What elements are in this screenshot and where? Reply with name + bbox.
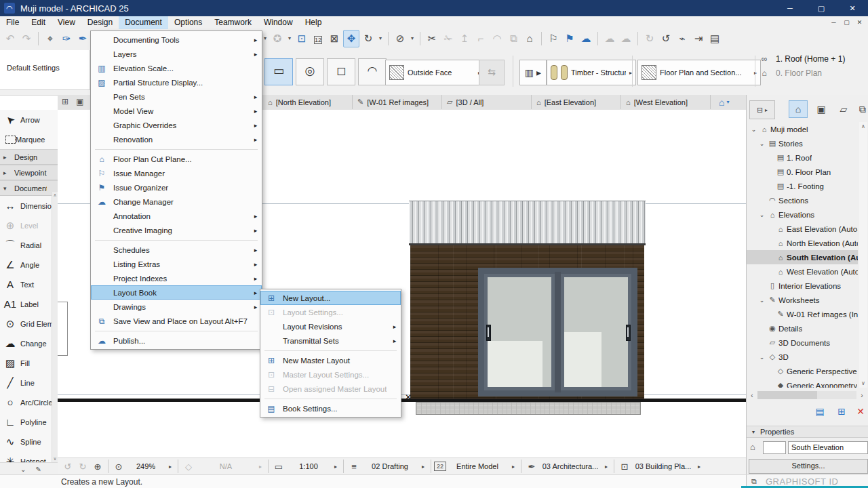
default-settings-panel[interactable]: Default Settings bbox=[0, 50, 90, 90]
tree-item[interactable]: ▱ 3D Documents bbox=[747, 336, 858, 350]
menu-item[interactable]: Transmittal Sets ▸ bbox=[260, 333, 401, 348]
toolbar-button[interactable]: ▾ bbox=[286, 30, 293, 47]
toolbar-button[interactable]: ⊘ bbox=[393, 30, 408, 47]
menu-item[interactable]: ▥ Elevation Scale... bbox=[91, 61, 262, 75]
toolbar-button[interactable]: ✂ bbox=[425, 30, 439, 47]
toolbar-button[interactable]: ✥ bbox=[343, 30, 359, 47]
menu-item[interactable]: Layout Book ▸ bbox=[91, 285, 262, 300]
toolbox-item[interactable]: ○ Arc/Circle bbox=[0, 392, 58, 412]
child-close-button[interactable]: ✕ bbox=[854, 16, 865, 29]
tree-item[interactable]: ⌄ ◇ 3D bbox=[747, 350, 858, 364]
layout-book-icon[interactable]: ▱ bbox=[834, 100, 853, 118]
menubar-item[interactable]: File bbox=[0, 16, 25, 29]
reference-line-combo[interactable]: Outside Face ▸ bbox=[385, 60, 485, 85]
menu-item[interactable]: ⊡ Master Layout Settings... bbox=[260, 367, 401, 382]
menu-item[interactable]: Model View ▸ bbox=[91, 104, 262, 118]
view-name-field[interactable]: South Elevation bbox=[788, 441, 868, 454]
toolbox-item[interactable]: ➤ Arrow bbox=[0, 110, 58, 129]
menu-item[interactable]: Schedules ▸ bbox=[91, 243, 262, 257]
menubar-item[interactable]: Teamwork bbox=[208, 16, 258, 29]
building-plan-value[interactable]: 03 Building Pla... bbox=[632, 462, 694, 470]
menu-item[interactable]: ☁ Change Manager bbox=[91, 195, 262, 209]
tree-item[interactable]: ✎ W-01 Ref images (Ind... bbox=[747, 307, 858, 321]
toolbar-button[interactable]: ↻ bbox=[642, 30, 657, 47]
toolbox-item[interactable]: A Text bbox=[0, 274, 58, 294]
toolbar-button[interactable]: ⚐ bbox=[546, 30, 561, 47]
toolbox-item[interactable]: ☁ Change bbox=[0, 333, 58, 353]
toolbar-button[interactable]: ▾ bbox=[262, 30, 269, 47]
toolbar-button[interactable]: ↥ bbox=[457, 30, 472, 47]
tree-item[interactable]: ⌄ ▤ Stories bbox=[747, 136, 858, 150]
maximize-button[interactable]: ▢ bbox=[806, 0, 837, 16]
renovation-icon[interactable]: ◇ bbox=[181, 462, 196, 472]
renovation-filter-value[interactable]: N/A bbox=[196, 462, 256, 470]
zoom-in-icon[interactable]: ⊕ bbox=[90, 462, 105, 472]
toolbar-button[interactable]: ⌁ bbox=[675, 30, 690, 47]
toolbox-item[interactable]: A1 Label bbox=[0, 294, 58, 314]
toolbar-button[interactable]: ↺ bbox=[658, 30, 673, 47]
menu-item[interactable]: ☁ Publish... bbox=[91, 333, 262, 348]
menu-item[interactable]: Pen Sets ▸ bbox=[91, 89, 262, 104]
toolbar-button[interactable]: ⊡ bbox=[294, 30, 309, 47]
tree-item[interactable]: ⌄ ✎ Worksheets bbox=[747, 293, 858, 307]
chevron-right-icon[interactable]: ▸ bbox=[256, 464, 265, 470]
menu-item[interactable]: ⌂ Floor Plan Cut Plane... bbox=[91, 152, 262, 166]
menu-item[interactable]: Layout Revisions ▸ bbox=[260, 319, 401, 333]
view-id-field[interactable] bbox=[763, 441, 786, 454]
toolbar-button[interactable]: ◠ bbox=[490, 30, 505, 47]
scroll-down-icon[interactable]: ∨ bbox=[859, 380, 867, 386]
scale-value[interactable]: 1:100 bbox=[286, 462, 331, 470]
toolbox-item[interactable]: ▨ Fill bbox=[0, 353, 58, 373]
child-restore-button[interactable]: ▢ bbox=[841, 16, 852, 29]
menu-item[interactable]: ⊞ New Master Layout bbox=[260, 353, 401, 367]
view-map-icon[interactable]: ▣ bbox=[812, 100, 831, 118]
publisher-icon[interactable]: ⧉ bbox=[853, 100, 868, 118]
toolbox-item[interactable]: ∠ Angle bbox=[0, 255, 58, 274]
menu-item[interactable]: ⊞ New Layout... bbox=[260, 291, 401, 305]
toolbar-button[interactable]: ⊠ bbox=[327, 30, 342, 47]
tab-folder-icon[interactable]: ▣ bbox=[75, 95, 85, 109]
nav-back-icon[interactable]: ↺ bbox=[60, 462, 75, 472]
toolbox-item[interactable]: ∟ Polyline bbox=[0, 412, 58, 432]
tree-scrollbar[interactable]: ∧ ∨ bbox=[859, 122, 867, 388]
toolbar-button[interactable]: ▾ bbox=[409, 30, 416, 47]
menu-item[interactable]: ▨ Partial Structure Display... bbox=[91, 75, 262, 89]
tree-item[interactable]: ⌄ ⌂ Muji model bbox=[747, 122, 858, 136]
active-view-indicator[interactable]: ⌂ ▾ bbox=[719, 95, 729, 109]
layer-combination-value[interactable]: 02 Drafting bbox=[361, 462, 418, 470]
toolbox-scrollbar[interactable]: ∧ ∨ bbox=[52, 192, 58, 462]
tree-item[interactable]: ⌄ ⌂ Elevations bbox=[747, 207, 858, 222]
delete-button[interactable]: ✕ bbox=[852, 404, 868, 419]
tree-item[interactable]: ◉ Details bbox=[747, 321, 858, 336]
menu-item[interactable]: Annotation ▸ bbox=[91, 209, 262, 223]
toolbar-button[interactable]: ✪ bbox=[270, 30, 285, 47]
menubar-item[interactable]: View bbox=[52, 16, 81, 29]
properties-header[interactable]: ▾ Properties bbox=[747, 426, 868, 438]
toolbox-item[interactable]: Marquee bbox=[0, 129, 58, 149]
toolbar-button[interactable]: ✑ bbox=[59, 30, 74, 47]
pen-set-value[interactable]: Entire Model bbox=[446, 462, 509, 470]
toolbox-item[interactable]: ▸ Viewpoint bbox=[0, 165, 58, 180]
menubar-item[interactable]: Edit bbox=[25, 16, 52, 29]
toolbox-item[interactable]: ▾ Document bbox=[0, 180, 58, 196]
geometry-method-button[interactable]: ◎ bbox=[296, 58, 324, 85]
tree-horizontal-scrollbar[interactable]: ‹ › bbox=[747, 389, 867, 401]
current-story-row[interactable]: ⌂ 0. Floor Plan bbox=[758, 66, 845, 80]
toolbar-button[interactable]: ↻ bbox=[361, 30, 376, 47]
project-chooser-button[interactable]: ⊟ ▸ bbox=[749, 100, 775, 119]
close-button[interactable]: ✕ bbox=[837, 0, 868, 16]
toolbox-item[interactable]: ↔ Dimension bbox=[0, 196, 58, 216]
view-settings-button[interactable]: ▤ bbox=[812, 404, 828, 419]
toolbar-button[interactable]: ⚑ bbox=[562, 30, 577, 47]
chevron-right-icon[interactable]: ▸ bbox=[165, 464, 175, 470]
home-story-row[interactable]: ∞ 1. Roof (Home + 1) bbox=[758, 52, 845, 66]
layers-icon[interactable]: ≡ bbox=[347, 462, 361, 472]
toolbar-button[interactable]: ☁ bbox=[618, 30, 633, 47]
scroll-down-icon[interactable]: ∨ bbox=[52, 456, 58, 462]
toolbar-button[interactable]: ▾ bbox=[377, 30, 384, 47]
menu-item[interactable]: Graphic Overrides ▸ bbox=[91, 118, 262, 132]
toolbar-button[interactable]: ✁ bbox=[441, 30, 456, 47]
geometry-method-button[interactable]: ◠ bbox=[358, 58, 387, 85]
flip-button[interactable]: ⇆ bbox=[479, 60, 505, 85]
menu-item[interactable]: ⊟ Open assigned Master Layout bbox=[260, 382, 401, 396]
